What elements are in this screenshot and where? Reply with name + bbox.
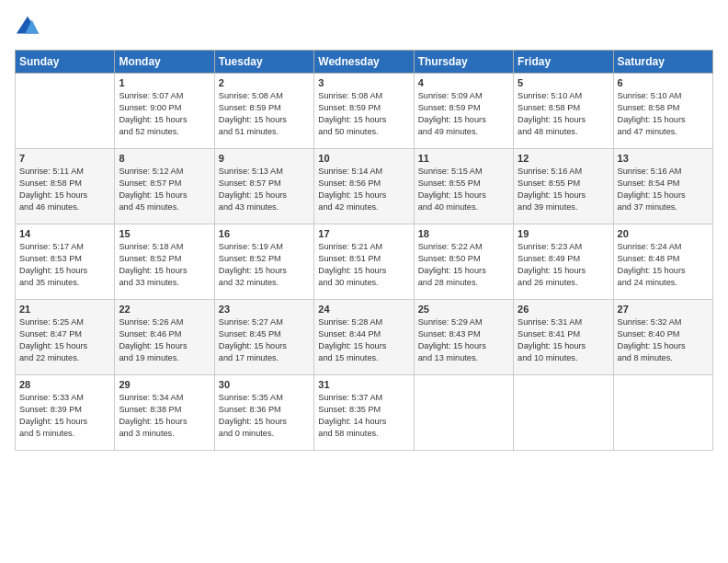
weekday-tuesday: Tuesday xyxy=(214,51,313,74)
day-info: Sunrise: 5:08 AMSunset: 8:59 PMDaylight:… xyxy=(318,90,409,138)
day-number: 1 xyxy=(119,77,210,88)
day-cell: 5Sunrise: 5:10 AMSunset: 8:58 PMDaylight… xyxy=(514,74,613,149)
week-row-0: 1Sunrise: 5:07 AMSunset: 9:00 PMDaylight… xyxy=(16,74,713,149)
weekday-wednesday: Wednesday xyxy=(314,51,414,74)
day-cell: 7Sunrise: 5:11 AMSunset: 8:58 PMDaylight… xyxy=(16,149,115,224)
day-number: 21 xyxy=(19,304,110,315)
day-info: Sunrise: 5:09 AMSunset: 8:59 PMDaylight:… xyxy=(418,90,509,138)
day-info: Sunrise: 5:33 AMSunset: 8:39 PMDaylight:… xyxy=(19,392,110,440)
day-cell xyxy=(16,74,115,149)
weekday-header: SundayMondayTuesdayWednesdayThursdayFrid… xyxy=(16,51,713,74)
day-cell: 27Sunrise: 5:32 AMSunset: 8:40 PMDayligh… xyxy=(613,300,712,375)
day-number: 23 xyxy=(219,304,310,315)
week-row-1: 7Sunrise: 5:11 AMSunset: 8:58 PMDaylight… xyxy=(16,149,713,224)
day-number: 4 xyxy=(418,77,509,88)
day-cell: 8Sunrise: 5:12 AMSunset: 8:57 PMDaylight… xyxy=(115,149,214,224)
day-info: Sunrise: 5:08 AMSunset: 8:59 PMDaylight:… xyxy=(219,90,310,138)
day-info: Sunrise: 5:15 AMSunset: 8:55 PMDaylight:… xyxy=(418,166,509,213)
day-info: Sunrise: 5:19 AMSunset: 8:52 PMDaylight:… xyxy=(219,241,310,289)
day-number: 10 xyxy=(318,153,409,164)
day-info: Sunrise: 5:31 AMSunset: 8:41 PMDaylight:… xyxy=(518,316,609,364)
day-number: 15 xyxy=(119,228,210,239)
day-number: 24 xyxy=(318,304,409,315)
day-number: 28 xyxy=(19,379,110,390)
day-cell: 6Sunrise: 5:10 AMSunset: 8:58 PMDaylight… xyxy=(613,74,712,149)
day-info: Sunrise: 5:12 AMSunset: 8:57 PMDaylight:… xyxy=(119,166,210,213)
day-cell: 10Sunrise: 5:14 AMSunset: 8:56 PMDayligh… xyxy=(314,149,414,224)
day-cell: 18Sunrise: 5:22 AMSunset: 8:50 PMDayligh… xyxy=(414,224,513,300)
day-info: Sunrise: 5:18 AMSunset: 8:52 PMDaylight:… xyxy=(119,241,210,289)
day-number: 5 xyxy=(518,77,609,88)
day-cell: 24Sunrise: 5:28 AMSunset: 8:44 PMDayligh… xyxy=(314,300,414,375)
day-number: 7 xyxy=(19,153,110,164)
day-info: Sunrise: 5:35 AMSunset: 8:36 PMDaylight:… xyxy=(219,392,310,440)
day-cell: 21Sunrise: 5:25 AMSunset: 8:47 PMDayligh… xyxy=(16,300,115,375)
logo xyxy=(15,15,42,40)
day-number: 16 xyxy=(219,228,310,239)
day-cell: 15Sunrise: 5:18 AMSunset: 8:52 PMDayligh… xyxy=(115,224,214,300)
day-info: Sunrise: 5:26 AMSunset: 8:46 PMDaylight:… xyxy=(119,316,210,364)
calendar-table: SundayMondayTuesdayWednesdayThursdayFrid… xyxy=(15,50,713,451)
day-cell: 11Sunrise: 5:15 AMSunset: 8:55 PMDayligh… xyxy=(414,149,513,224)
day-number: 20 xyxy=(618,228,709,239)
day-info: Sunrise: 5:32 AMSunset: 8:40 PMDaylight:… xyxy=(618,316,709,364)
day-info: Sunrise: 5:13 AMSunset: 8:57 PMDaylight:… xyxy=(219,166,310,213)
weekday-saturday: Saturday xyxy=(613,51,712,74)
day-cell: 31Sunrise: 5:37 AMSunset: 8:35 PMDayligh… xyxy=(314,375,414,451)
day-cell: 1Sunrise: 5:07 AMSunset: 9:00 PMDaylight… xyxy=(115,74,214,149)
day-number: 18 xyxy=(418,228,509,239)
day-number: 9 xyxy=(219,153,310,164)
day-cell: 28Sunrise: 5:33 AMSunset: 8:39 PMDayligh… xyxy=(16,375,115,451)
day-number: 26 xyxy=(518,304,609,315)
day-number: 19 xyxy=(518,228,609,239)
day-cell: 3Sunrise: 5:08 AMSunset: 8:59 PMDaylight… xyxy=(314,74,414,149)
day-cell: 2Sunrise: 5:08 AMSunset: 8:59 PMDaylight… xyxy=(214,74,313,149)
day-info: Sunrise: 5:16 AMSunset: 8:54 PMDaylight:… xyxy=(618,166,709,213)
day-info: Sunrise: 5:14 AMSunset: 8:56 PMDaylight:… xyxy=(318,166,409,213)
day-info: Sunrise: 5:21 AMSunset: 8:51 PMDaylight:… xyxy=(318,241,409,289)
weekday-thursday: Thursday xyxy=(414,51,513,74)
day-info: Sunrise: 5:29 AMSunset: 8:43 PMDaylight:… xyxy=(418,316,509,364)
day-info: Sunrise: 5:23 AMSunset: 8:49 PMDaylight:… xyxy=(518,241,609,289)
day-cell: 30Sunrise: 5:35 AMSunset: 8:36 PMDayligh… xyxy=(214,375,313,451)
day-number: 14 xyxy=(19,228,110,239)
day-cell: 22Sunrise: 5:26 AMSunset: 8:46 PMDayligh… xyxy=(115,300,214,375)
day-number: 8 xyxy=(119,153,210,164)
day-number: 17 xyxy=(318,228,409,239)
day-cell xyxy=(414,375,513,451)
weekday-sunday: Sunday xyxy=(16,51,115,74)
day-cell: 13Sunrise: 5:16 AMSunset: 8:54 PMDayligh… xyxy=(613,149,712,224)
day-number: 25 xyxy=(418,304,509,315)
day-info: Sunrise: 5:34 AMSunset: 8:38 PMDaylight:… xyxy=(119,392,210,440)
day-number: 31 xyxy=(318,379,409,390)
week-row-2: 14Sunrise: 5:17 AMSunset: 8:53 PMDayligh… xyxy=(16,224,713,300)
day-cell: 12Sunrise: 5:16 AMSunset: 8:55 PMDayligh… xyxy=(514,149,613,224)
logo-icon xyxy=(15,15,40,40)
day-number: 12 xyxy=(518,153,609,164)
day-number: 3 xyxy=(318,77,409,88)
day-cell: 9Sunrise: 5:13 AMSunset: 8:57 PMDaylight… xyxy=(214,149,313,224)
day-info: Sunrise: 5:28 AMSunset: 8:44 PMDaylight:… xyxy=(318,316,409,364)
day-number: 2 xyxy=(219,77,310,88)
day-cell: 4Sunrise: 5:09 AMSunset: 8:59 PMDaylight… xyxy=(414,74,513,149)
day-info: Sunrise: 5:16 AMSunset: 8:55 PMDaylight:… xyxy=(518,166,609,213)
weekday-monday: Monday xyxy=(115,51,214,74)
day-cell: 14Sunrise: 5:17 AMSunset: 8:53 PMDayligh… xyxy=(16,224,115,300)
day-cell: 20Sunrise: 5:24 AMSunset: 8:48 PMDayligh… xyxy=(613,224,712,300)
day-info: Sunrise: 5:07 AMSunset: 9:00 PMDaylight:… xyxy=(119,90,210,138)
week-row-3: 21Sunrise: 5:25 AMSunset: 8:47 PMDayligh… xyxy=(16,300,713,375)
day-cell xyxy=(514,375,613,451)
day-number: 6 xyxy=(618,77,709,88)
day-number: 29 xyxy=(119,379,210,390)
calendar-body: 1Sunrise: 5:07 AMSunset: 9:00 PMDaylight… xyxy=(16,74,713,451)
day-info: Sunrise: 5:37 AMSunset: 8:35 PMDaylight:… xyxy=(318,392,409,440)
weekday-friday: Friday xyxy=(514,51,613,74)
day-cell: 26Sunrise: 5:31 AMSunset: 8:41 PMDayligh… xyxy=(514,300,613,375)
day-cell: 16Sunrise: 5:19 AMSunset: 8:52 PMDayligh… xyxy=(214,224,313,300)
day-info: Sunrise: 5:24 AMSunset: 8:48 PMDaylight:… xyxy=(618,241,709,289)
day-info: Sunrise: 5:25 AMSunset: 8:47 PMDaylight:… xyxy=(19,316,110,364)
day-info: Sunrise: 5:10 AMSunset: 8:58 PMDaylight:… xyxy=(518,90,609,138)
week-row-4: 28Sunrise: 5:33 AMSunset: 8:39 PMDayligh… xyxy=(16,375,713,451)
day-cell: 17Sunrise: 5:21 AMSunset: 8:51 PMDayligh… xyxy=(314,224,414,300)
day-info: Sunrise: 5:10 AMSunset: 8:58 PMDaylight:… xyxy=(618,90,709,138)
